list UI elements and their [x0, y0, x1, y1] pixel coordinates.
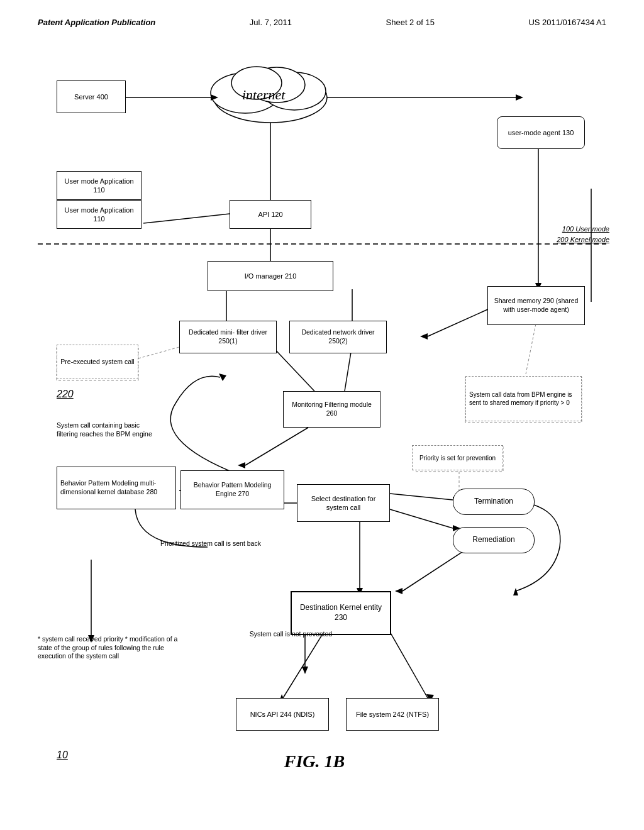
svg-line-29: [245, 428, 308, 465]
mini-filter-box: Dedicated mini- filter driver 250(1): [179, 321, 277, 353]
svg-marker-48: [513, 588, 518, 595]
dest-kernel-box: Destination Kernel entity 230: [291, 591, 391, 635]
priority-set-box: Priority is set for prevention: [412, 445, 503, 470]
page: Patent Application Publication Jul. 7, 2…: [0, 0, 644, 830]
svg-marker-30: [238, 462, 245, 468]
system-call-received-label: * system call received priority * modifi…: [38, 635, 182, 661]
header-sheet: Sheet 2 of 15: [386, 18, 435, 27]
figure-title: FIG. 1B: [220, 751, 409, 772]
svg-marker-39: [219, 374, 226, 381]
remediation-box: Remediation: [453, 527, 535, 553]
prioritized-back-label: Prioritized system call is sent back: [151, 540, 270, 548]
server-box: Server 400: [57, 80, 126, 113]
svg-marker-8: [211, 94, 218, 101]
system-call-basic-label: System call containing basic filtering r…: [57, 421, 157, 438]
svg-marker-50: [395, 588, 402, 594]
svg-marker-24: [420, 333, 428, 340]
svg-marker-10: [516, 94, 523, 101]
user-app2-box: User mode Application 110: [57, 200, 142, 229]
svg-line-56: [283, 632, 324, 698]
system-call-data-box: System call data from BPM engine is sent…: [465, 376, 582, 421]
svg-line-35: [390, 494, 453, 500]
svg-line-37: [390, 509, 453, 528]
diagram-number: 10: [57, 750, 68, 761]
termination-box: Termination: [453, 489, 535, 515]
user-mode-agent-box: user-mode agent 130: [497, 116, 585, 149]
nics-api-box: NICs API 244 (NDIS): [236, 698, 329, 731]
user-app1-box: User mode Application 110: [57, 171, 142, 200]
header: Patent Application Publication Jul. 7, 2…: [38, 18, 606, 27]
svg-line-15: [143, 214, 230, 223]
svg-marker-55: [302, 667, 308, 674]
header-publication: Patent Application Publication: [38, 18, 155, 27]
user-mode-label: 100 User mode: [562, 225, 609, 233]
header-patent: US 2011/0167434 A1: [528, 18, 606, 27]
network-driver-box: Dedicated network driver 250(2): [289, 321, 387, 353]
shared-memory-box: Shared memory 290 (shared with user-mode…: [487, 286, 585, 325]
io-manager-box: I/O manager 210: [208, 261, 333, 291]
header-date: Jul. 7, 2011: [250, 18, 292, 27]
internet-label: internet: [242, 87, 285, 103]
file-system-box: File system 242 (NTFS): [346, 698, 439, 731]
select-dest-box: Select destination for system call: [297, 484, 390, 522]
label-220: 220: [57, 389, 74, 400]
svg-line-58: [390, 632, 428, 698]
kernel-mode-label: 200 Kernel mode: [557, 236, 609, 243]
api-box: API 120: [230, 200, 311, 229]
bpm-engine-box: Behavior Pattern Modeling Engine 270: [180, 470, 284, 509]
monitoring-box: Monitoring Filtering module 260: [283, 391, 380, 428]
svg-line-23: [428, 308, 491, 336]
bpm-database-box: Behavior Pattern Modeling multi- dimensi…: [57, 467, 176, 509]
not-prevented-label: System call is not prevented: [245, 630, 336, 639]
pre-executed-box: Pre-executed system call: [57, 345, 138, 379]
